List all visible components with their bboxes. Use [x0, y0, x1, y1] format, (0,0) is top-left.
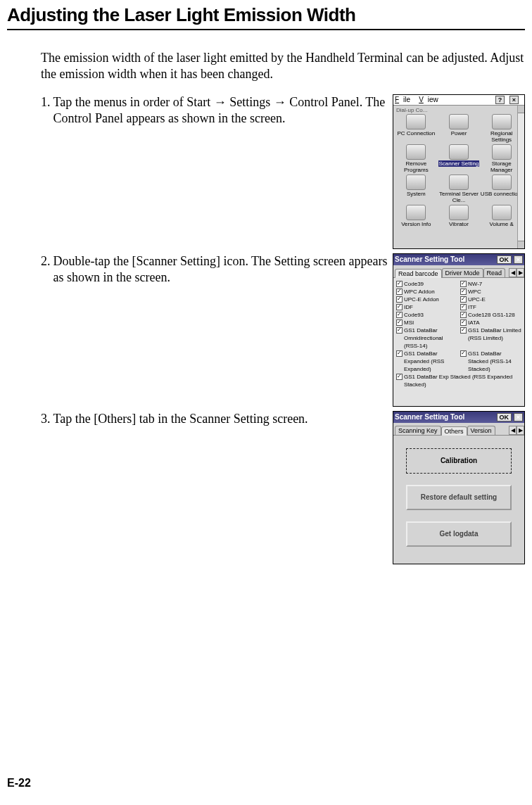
tab-read-barcode[interactable]: Read barcode: [395, 269, 442, 278]
screenshot-scanner-setting-codes: Scanner Setting Tool OK × Read barcode D…: [393, 253, 525, 407]
chk-code39[interactable]: ✓Code39: [396, 280, 459, 288]
window-title: Scanner Setting Tool: [395, 413, 464, 421]
titlebar: Scanner Setting Tool OK ×: [393, 412, 524, 423]
tabs-right-arrow[interactable]: ▶: [517, 268, 524, 277]
power-icon: [449, 114, 469, 129]
step-3-number: 3.: [41, 411, 53, 427]
globe-icon: [406, 114, 426, 129]
screenshot-scanner-setting-others: Scanner Setting Tool OK × Scanning Key O…: [393, 411, 525, 564]
chk-idf[interactable]: ✓IDF: [396, 303, 459, 311]
cp-icon-terminal-server[interactable]: Terminal Server Cle...: [438, 174, 481, 204]
get-logdata-button[interactable]: Get logdata: [406, 521, 512, 547]
chk-gs1-expanded[interactable]: ✓GS1 DataBar Expanded (RSS Expanded): [396, 350, 459, 373]
barcode-type-list: ✓Code39 ✓NW-7 ✓WPC Addon ✓WPC ✓UPC-E Add…: [393, 278, 524, 406]
chk-gs1-exp-stacked[interactable]: ✓GS1 DataBar Exp Stacked (RSS Expanded S…: [396, 373, 523, 388]
ok-button[interactable]: OK: [497, 255, 512, 264]
cp-icon-vibrator[interactable]: Vibrator: [438, 204, 481, 228]
chk-wpc[interactable]: ✓WPC: [460, 288, 523, 296]
chk-itf[interactable]: ✓ITF: [460, 303, 523, 311]
menubar: File View ? ×: [393, 95, 524, 106]
cp-icon-storage-manager[interactable]: Storage Manager: [480, 144, 523, 174]
server-icon: [449, 175, 469, 190]
cp-icon-regional[interactable]: Regional Settings: [480, 113, 523, 144]
step-2-body: Double-tap the [Scanner Setting] icon. T…: [53, 253, 389, 286]
menu-view[interactable]: View: [419, 96, 443, 103]
close-button[interactable]: ×: [509, 96, 519, 104]
cp-icon-version-info[interactable]: Version Info: [395, 204, 438, 228]
screenshot-control-panel: File View ? × Dial-up Co... PC Connectio…: [393, 94, 525, 249]
step-3: 3. Tap the [Others] tab in the Scanner S…: [41, 411, 388, 427]
cp-icon-scanner-setting[interactable]: Scanner Setting: [438, 144, 481, 174]
cp-icon-usb[interactable]: USB connectio...: [480, 174, 523, 204]
step-3-body: Tap the [Others] tab in the Scanner Sett…: [53, 411, 389, 427]
cp-icon-pc-connection[interactable]: PC Connection: [395, 113, 438, 144]
close-button[interactable]: ×: [514, 413, 523, 421]
usb-icon: [492, 175, 512, 190]
tab-read[interactable]: Read: [483, 268, 506, 277]
chk-code93[interactable]: ✓Code93: [396, 311, 459, 319]
chip-icon: [406, 175, 426, 190]
calibration-button[interactable]: Calibration: [406, 448, 512, 474]
step-1-number: 1.: [41, 94, 53, 127]
chk-upce[interactable]: ✓UPC-E: [460, 296, 523, 303]
step-1-body: Tap the menus in order of Start → Settin…: [53, 94, 389, 127]
chk-wpc-addon[interactable]: ✓WPC Addon: [396, 288, 459, 296]
speaker-icon: [492, 205, 512, 220]
page-title: Adjusting the Laser Light Emission Width: [7, 0, 525, 30]
globe-flags-icon: [492, 114, 512, 129]
tabs-row: Scanning Key Others Version ◀ ▶: [393, 423, 524, 436]
tabs-left-arrow[interactable]: ◀: [509, 426, 517, 435]
chk-code128[interactable]: ✓Code128 GS1-128: [460, 311, 523, 319]
chk-gs1-limited[interactable]: ✓GS1 DataBar Limited (RSS Limited): [460, 327, 523, 350]
info-icon: [406, 205, 426, 220]
cut-row: Dial-up Co...: [393, 107, 524, 113]
chk-msi[interactable]: ✓MSI: [396, 319, 459, 327]
step-2: 2. Double-tap the [Scanner Setting] icon…: [41, 253, 388, 286]
tab-scanning-key[interactable]: Scanning Key: [395, 426, 441, 435]
cp-icon-power[interactable]: Power: [438, 113, 481, 144]
chk-gs1-omni[interactable]: ✓GS1 DataBar Omnidirectional (RSS-14): [396, 327, 459, 350]
window-title: Scanner Setting Tool: [395, 255, 464, 263]
help-button[interactable]: ?: [495, 96, 505, 104]
chk-iata[interactable]: ✓IATA: [460, 319, 523, 327]
disk-icon: [492, 144, 512, 160]
chk-nw7[interactable]: ✓NW-7: [460, 280, 523, 288]
tabs-left-arrow[interactable]: ◀: [509, 268, 517, 277]
step-1: 1. Tap the menus in order of Start → Set…: [41, 94, 388, 127]
titlebar: Scanner Setting Tool OK ×: [393, 254, 524, 265]
restore-default-button[interactable]: Restore default setting: [406, 485, 512, 510]
tab-others[interactable]: Others: [441, 426, 467, 436]
chk-upce-addon[interactable]: ✓UPC-E Addon: [396, 296, 459, 303]
tabs-row: Read barcode Driver Mode Read ◀ ▶: [393, 265, 524, 278]
scanner-icon: [449, 144, 469, 160]
chk-gs1-stacked[interactable]: ✓GS1 DataBar Stacked (RSS-14 Stacked): [460, 350, 523, 373]
tab-version[interactable]: Version: [467, 426, 495, 435]
cp-icon-remove-programs[interactable]: Remove Programs: [395, 144, 438, 174]
close-button[interactable]: ×: [514, 255, 523, 264]
scrollbar[interactable]: [517, 106, 524, 248]
cp-icon-system[interactable]: System: [395, 174, 438, 204]
step-2-number: 2.: [41, 253, 53, 286]
cp-icon-volume[interactable]: Volume &: [480, 204, 523, 228]
vibrate-icon: [449, 205, 469, 220]
tabs-right-arrow[interactable]: ▶: [517, 426, 524, 435]
page-number: E-22: [7, 777, 31, 790]
trash-icon: [406, 144, 426, 160]
ok-button[interactable]: OK: [497, 413, 512, 421]
menu-file[interactable]: File: [395, 96, 414, 103]
intro-paragraph: The emission width of the laser light em…: [41, 50, 526, 83]
tab-driver-mode[interactable]: Driver Mode: [442, 268, 483, 277]
